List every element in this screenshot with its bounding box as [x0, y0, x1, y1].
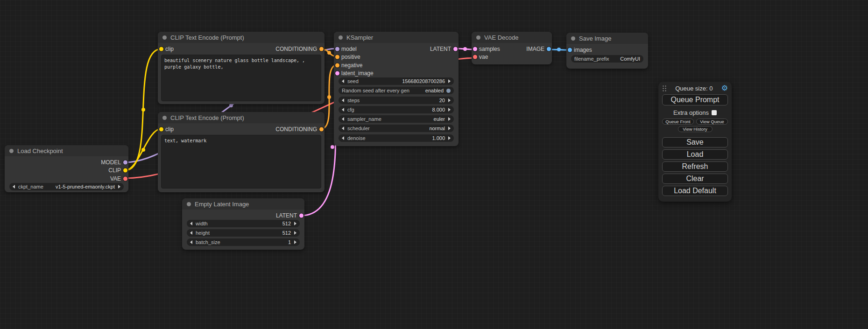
negative-prompt-textarea[interactable]: text, watermark — [161, 135, 321, 189]
node-title-bar[interactable]: Save Image — [566, 33, 648, 44]
node-title-bar[interactable]: CLIP Text Encode (Prompt) — [158, 112, 325, 123]
model-output-dot[interactable] — [123, 160, 127, 164]
extra-options-checkbox[interactable] — [712, 110, 717, 115]
widget-filename-prefix[interactable]: filename_prefix ComfyUI — [571, 55, 643, 63]
collapse-dot-icon[interactable] — [571, 36, 575, 41]
slot-label: LATENT — [276, 212, 297, 219]
positive-input-dot[interactable] — [335, 55, 339, 59]
clip-input-dot[interactable] — [159, 47, 163, 51]
settings-gear-icon[interactable]: ⚙ — [721, 84, 728, 92]
collapse-dot-icon[interactable] — [339, 35, 343, 40]
conditioning-output-dot[interactable] — [319, 127, 324, 131]
node-title-bar[interactable]: VAE Decode — [472, 32, 552, 43]
decrement-arrow-icon[interactable] — [342, 98, 344, 102]
refresh-button[interactable]: Refresh — [662, 161, 728, 172]
graph-canvas[interactable]: Load Checkpoint MODEL CLIP VAE ckpt_name… — [0, 0, 868, 329]
widget-label: batch_size — [196, 239, 220, 245]
node-clip-text-encode-positive[interactable]: CLIP Text Encode (Prompt) clip CONDITION… — [158, 32, 325, 104]
latent-image-input-dot[interactable] — [335, 71, 339, 76]
increment-arrow-icon[interactable] — [294, 231, 296, 235]
view-queue-button[interactable]: View Queue — [696, 119, 728, 125]
decrement-arrow-icon[interactable] — [190, 240, 192, 244]
clip-output-dot[interactable] — [123, 168, 127, 173]
node-title: CLIP Text Encode (Prompt) — [170, 34, 244, 41]
queue-buttons-row: Queue Front View Queue — [662, 119, 728, 125]
node-title: Load Checkpoint — [17, 147, 63, 154]
wire-midpoint-dot — [327, 51, 331, 55]
decrement-arrow-icon[interactable] — [190, 231, 192, 235]
widget-sampler-name[interactable]: sampler_name euler — [339, 115, 454, 123]
slot-label: clip — [165, 46, 174, 52]
decrement-arrow-icon[interactable] — [342, 136, 344, 140]
node-title: KSampler — [346, 34, 373, 41]
node-ksampler[interactable]: KSampler model positive negative latent_… — [334, 32, 459, 146]
increment-arrow-icon[interactable] — [448, 108, 451, 112]
latent-output-dot[interactable] — [299, 213, 303, 217]
queue-prompt-button[interactable]: Queue Prompt — [662, 94, 728, 105]
save-button[interactable]: Save — [662, 137, 728, 147]
widget-steps[interactable]: steps 20 — [339, 97, 454, 104]
node-clip-text-encode-negative[interactable]: CLIP Text Encode (Prompt) clip CONDITION… — [158, 112, 325, 192]
vae-input-dot[interactable] — [473, 55, 477, 59]
decrement-arrow-icon[interactable] — [342, 117, 344, 121]
widget-label: Random seed after every gen — [342, 88, 409, 93]
decrement-arrow-icon[interactable] — [190, 222, 192, 225]
toggle-indicator-icon[interactable] — [446, 89, 451, 93]
positive-prompt-textarea[interactable]: beautiful scenery nature glass bottle la… — [161, 55, 321, 101]
increment-arrow-icon[interactable] — [448, 79, 451, 83]
vae-output-dot[interactable] — [123, 176, 127, 181]
widget-height[interactable]: height 512 — [187, 229, 300, 237]
decrement-arrow-icon[interactable] — [342, 108, 344, 112]
widget-scheduler[interactable]: scheduler normal — [339, 125, 454, 132]
clip-input-dot[interactable] — [159, 127, 163, 131]
decrement-arrow-icon[interactable] — [13, 185, 15, 189]
collapse-dot-icon[interactable] — [476, 35, 480, 40]
collapse-dot-icon[interactable] — [162, 116, 167, 120]
increment-arrow-icon[interactable] — [294, 240, 296, 244]
node-title-bar[interactable]: CLIP Text Encode (Prompt) — [158, 32, 325, 43]
widget-random-seed[interactable]: Random seed after every gen enabled — [339, 87, 454, 94]
clear-button[interactable]: Clear — [662, 174, 728, 184]
decrement-arrow-icon[interactable] — [342, 79, 344, 83]
increment-arrow-icon[interactable] — [448, 136, 451, 140]
load-button[interactable]: Load — [662, 149, 728, 160]
widget-batch-size[interactable]: batch_size 1 — [187, 238, 300, 246]
widget-cfg[interactable]: cfg 8.000 — [339, 106, 454, 113]
input-slot-vae: vae — [472, 53, 552, 62]
increment-arrow-icon[interactable] — [294, 222, 296, 225]
queue-front-button[interactable]: Queue Front — [662, 119, 694, 125]
node-title-bar[interactable]: Empty Latent Image — [182, 198, 304, 210]
increment-arrow-icon[interactable] — [448, 98, 451, 102]
node-load-checkpoint[interactable]: Load Checkpoint MODEL CLIP VAE ckpt_name… — [5, 145, 128, 192]
latent-output-dot[interactable] — [453, 47, 458, 51]
input-slot-negative: negative — [334, 61, 459, 70]
input-slot-latent-image: latent_image — [334, 70, 459, 78]
widget-label: ckpt_name — [18, 184, 43, 189]
increment-arrow-icon[interactable] — [118, 185, 120, 189]
load-default-button[interactable]: Load Default — [662, 186, 728, 196]
decrement-arrow-icon[interactable] — [342, 126, 344, 130]
widget-ckpt-name[interactable]: ckpt_name v1-5-pruned-emaonly.ckpt — [9, 183, 124, 190]
increment-arrow-icon[interactable] — [448, 117, 451, 121]
node-empty-latent-image[interactable]: Empty Latent Image LATENT width 512 heig… — [182, 198, 304, 250]
node-save-image[interactable]: Save Image images filename_prefix ComfyU… — [566, 33, 648, 69]
output-slot-latent: LATENT — [334, 45, 459, 53]
slot-row-clip-conditioning: clip CONDITIONING — [158, 45, 325, 53]
node-vae-decode[interactable]: VAE Decode samples vae IMAGE — [472, 32, 552, 64]
wire-midpoint-dot — [141, 108, 145, 112]
increment-arrow-icon[interactable] — [448, 126, 451, 130]
drag-handle-icon[interactable] — [662, 85, 667, 91]
widget-width[interactable]: width 512 — [187, 220, 300, 227]
collapse-dot-icon[interactable] — [162, 35, 167, 40]
images-input-dot[interactable] — [568, 48, 572, 52]
image-output-dot[interactable] — [547, 47, 551, 51]
negative-input-dot[interactable] — [335, 63, 339, 67]
node-title-bar[interactable]: KSampler — [334, 32, 459, 43]
collapse-dot-icon[interactable] — [187, 202, 191, 206]
widget-seed[interactable]: seed 156680208700286 — [339, 77, 454, 85]
widget-denoise[interactable]: denoise 1.000 — [339, 134, 454, 142]
node-title-bar[interactable]: Load Checkpoint — [5, 145, 128, 156]
collapse-dot-icon[interactable] — [9, 149, 14, 153]
conditioning-output-dot[interactable] — [319, 47, 324, 51]
view-history-button[interactable]: View History — [678, 126, 713, 132]
